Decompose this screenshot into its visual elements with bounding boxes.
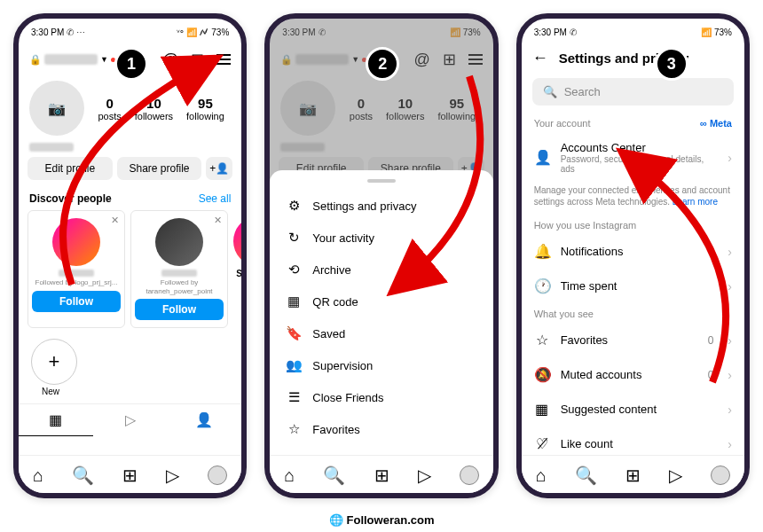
section-what-you-see: What you see	[522, 303, 744, 323]
status-bar: 3:30 PM ✆ 📶 73%	[270, 19, 492, 42]
menu-button[interactable]	[468, 54, 483, 65]
new-story-label: New	[42, 387, 241, 396]
battery-text: 73%	[714, 27, 732, 37]
profile-avatar[interactable]: 📷	[29, 81, 84, 136]
chevron-right-icon: ›	[728, 368, 732, 382]
archive-icon: ⟲	[286, 262, 302, 278]
qr-icon: ▦	[286, 293, 302, 309]
manage-description: Manage your connected experiences and ac…	[522, 183, 744, 215]
person-card[interactable]: Seye	[233, 210, 241, 328]
nav-create[interactable]: ⊞	[122, 465, 138, 486]
display-name-redacted	[280, 143, 325, 152]
setting-notifications[interactable]: 🔔 Notifications ›	[522, 234, 744, 269]
follow-button[interactable]: Follow	[32, 291, 121, 312]
person-card[interactable]: ✕ Followed by taraneh_power_point Follow	[130, 210, 228, 328]
discover-title: Discover people	[29, 192, 112, 205]
tab-grid[interactable]: ▦	[19, 404, 93, 436]
setting-accounts-center[interactable]: 👤 Accounts Center Password, security, pe…	[522, 132, 744, 183]
profile-avatar: 📷	[280, 81, 335, 136]
step-badge-1: 1	[114, 47, 148, 81]
stat-followers[interactable]: 10 followers	[135, 96, 173, 121]
nav-profile[interactable]	[460, 466, 479, 485]
nav-home[interactable]: ⌂	[33, 466, 43, 486]
nav-search[interactable]: 🔍	[575, 465, 597, 486]
nav-create[interactable]: ⊞	[374, 465, 389, 486]
status-bar: 3:30 PM ✆ 📶 73%	[522, 19, 744, 42]
menu-saved[interactable]: 🔖 Saved	[270, 317, 492, 349]
nav-reels[interactable]: ▷	[669, 465, 682, 486]
nav-profile[interactable]	[208, 466, 227, 485]
threads-icon[interactable]: @	[162, 51, 178, 69]
menu-button[interactable]	[216, 54, 231, 65]
create-icon[interactable]: ⊞	[191, 50, 204, 69]
chevron-right-icon: ›	[728, 279, 732, 293]
bottom-nav: ⌂ 🔍 ⊞ ▷	[522, 455, 744, 493]
new-story-button[interactable]: +	[31, 339, 77, 385]
person-avatar	[233, 217, 241, 265]
person-name-redacted	[161, 270, 197, 277]
nav-home[interactable]: ⌂	[536, 466, 547, 486]
sheet-handle[interactable]	[367, 179, 396, 183]
see-all-link[interactable]: See all	[199, 192, 232, 205]
menu-your-activity[interactable]: ↻ Your activity	[270, 222, 492, 254]
menu-favorites[interactable]: ☆ Favorites	[270, 413, 492, 445]
username-redacted	[295, 54, 349, 65]
setting-favorites[interactable]: ☆ Favorites 0 ›	[522, 323, 744, 357]
discover-people-button[interactable]: +👤	[206, 157, 232, 180]
phone-step-3: 3:30 PM ✆ 📶 73% ← Settings and privacy 🔍…	[516, 13, 750, 498]
profile-action-buttons: Edit profile Share profile +👤	[19, 152, 241, 185]
heart-off-icon: ♡̸	[534, 435, 550, 452]
tab-tagged[interactable]: 👤	[168, 404, 242, 436]
menu-supervision[interactable]: 👥 Supervision	[270, 349, 492, 381]
back-button[interactable]: ←	[532, 49, 548, 67]
battery-text: 73%	[211, 27, 229, 37]
setting-muted-accounts[interactable]: 🔕 Muted accounts 0 ›	[522, 357, 744, 392]
globe-icon: 🌐	[329, 513, 343, 527]
search-input[interactable]: 🔍 Search	[532, 78, 734, 106]
menu-archive[interactable]: ⟲ Archive	[270, 254, 492, 286]
menu-settings-privacy[interactable]: ⚙ Settings and privacy	[270, 190, 492, 222]
footer-attribution: 🌐 Followeran.com	[0, 513, 763, 527]
tab-reels[interactable]: ▷	[93, 404, 168, 436]
nav-create[interactable]: ⊞	[625, 465, 641, 486]
nav-home[interactable]: ⌂	[284, 466, 295, 486]
whatsapp-icon: ✆	[67, 27, 74, 37]
nav-search[interactable]: 🔍	[72, 465, 94, 486]
setting-time-spent[interactable]: 🕐 Time spent ›	[522, 269, 744, 303]
nav-reels[interactable]: ▷	[418, 465, 431, 486]
person-avatar	[52, 218, 100, 266]
username-dropdown[interactable]: 🔒 ▼	[29, 54, 115, 66]
setting-suggested-content[interactable]: ▦ Suggested content ›	[522, 392, 744, 426]
threads-icon[interactable]: @	[413, 51, 429, 69]
whatsapp-icon: ✆	[570, 27, 577, 37]
chevron-right-icon: ›	[728, 333, 732, 348]
nav-reels[interactable]: ▷	[166, 465, 179, 486]
discover-header: Discover people See all	[19, 185, 241, 208]
stat-posts[interactable]: 0 posts	[98, 96, 121, 121]
close-icon[interactable]: ✕	[214, 215, 222, 226]
create-icon[interactable]: ⊞	[443, 50, 456, 69]
meta-logo: ∞ Meta	[700, 118, 732, 129]
muted-icon: 🔕	[534, 366, 550, 383]
close-icon[interactable]: ✕	[111, 215, 119, 226]
person-name: Seye	[233, 269, 241, 278]
profile-stats-row: 📷 0 posts 10 followers 95 following	[19, 77, 241, 143]
section-your-account: Your account ∞ Meta	[522, 113, 744, 132]
discover-people-row[interactable]: ✕ Followed by logo_prj_srj... Follow ✕ F…	[19, 208, 241, 330]
nav-search[interactable]: 🔍	[323, 465, 345, 486]
display-name-redacted	[29, 143, 74, 152]
battery-text: 73%	[463, 27, 481, 37]
edit-profile-button[interactable]: Edit profile	[28, 157, 113, 180]
signal-icon: 📶	[701, 27, 712, 37]
menu-close-friends[interactable]: ☰ Close Friends	[270, 381, 492, 413]
bottom-nav: ⌂ 🔍 ⊞ ▷	[270, 455, 492, 493]
nav-profile[interactable]	[711, 466, 730, 485]
follow-button[interactable]: Follow	[135, 299, 224, 320]
share-profile-button[interactable]: Share profile	[117, 157, 202, 180]
learn-more-link[interactable]: Learn more	[673, 197, 718, 207]
signal-icon: 📶	[450, 27, 460, 37]
menu-qr-code[interactable]: ▦ QR code	[270, 286, 492, 317]
stat-following[interactable]: 95 following	[186, 96, 224, 121]
person-card[interactable]: ✕ Followed by logo_prj_srj... Follow	[28, 210, 125, 328]
status-time: 3:30 PM	[282, 27, 315, 37]
